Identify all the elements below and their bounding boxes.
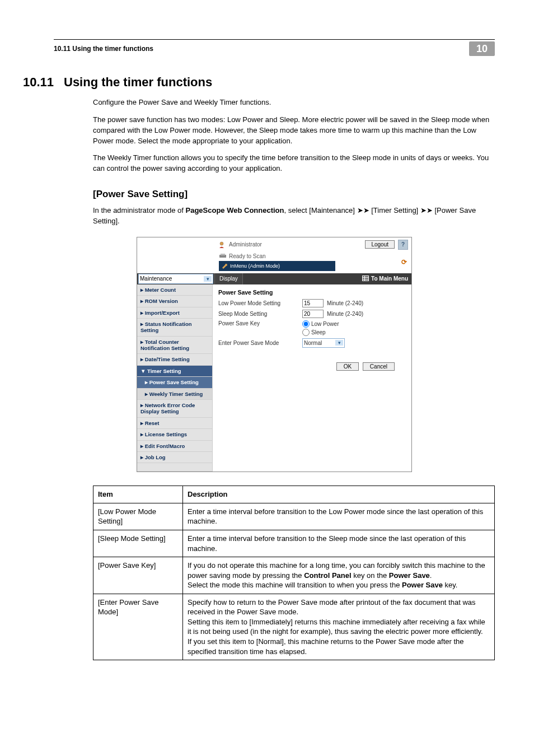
text: In the administrator mode of [93, 206, 185, 214]
table-cell-item: [Power Save Key] [93, 557, 183, 594]
nav-network-error[interactable]: ▸ Network Error Code Display Setting [137, 400, 212, 418]
display-button[interactable]: Display [214, 273, 243, 284]
form-panel: Power Save Setting Low Power Mode Settin… [213, 284, 411, 472]
section-reference: 10.11 Using the timer functions [54, 45, 153, 53]
to-main-menu-link[interactable]: To Main Menu [359, 276, 411, 282]
screenshot: Administrator Logout ? Ready to Scan InM… [137, 237, 412, 473]
text: InMenu (Admin Mode) [230, 263, 280, 269]
unit-label: Minute (2-240) [327, 311, 363, 317]
nav-total-counter[interactable]: ▸ Total Counter Notification Setting [137, 337, 212, 354]
low-power-label: Low Power Mode Setting [218, 300, 302, 306]
sleep-mode-label: Sleep Mode Setting [218, 311, 302, 317]
enter-power-save-label: Enter Power Save Mode [218, 340, 302, 346]
svg-rect-5 [365, 276, 368, 277]
ok-button[interactable]: OK [336, 362, 359, 371]
description-table: Item Description [Low Power Mode Setting… [93, 486, 495, 660]
status-banner: InMenu (Admin Mode) [219, 261, 335, 271]
svg-rect-8 [363, 279, 364, 281]
text: Ready to Scan [229, 253, 266, 259]
svg-rect-7 [365, 278, 368, 279]
table-cell-desc: If you do not operate this machine for a… [183, 557, 495, 594]
screenshot-menubar: Maintenance ▾ Display To Main Menu [137, 273, 411, 284]
nav-rom-version[interactable]: ▸ ROM Version [137, 296, 212, 307]
heading-row: 10.11 Using the timer functions [54, 75, 495, 90]
subheading: [Power Save Setting] [93, 189, 495, 200]
chevron-down-icon: ▾ [335, 340, 343, 346]
paragraph: Configure the Power Save and Weekly Time… [93, 97, 495, 108]
paragraph: The Weekly Timer function allows you to … [93, 153, 495, 174]
printer-icon [219, 253, 227, 260]
power-save-key-label: Power Save Key [218, 320, 302, 326]
svg-rect-6 [363, 278, 364, 279]
help-button[interactable]: ? [398, 240, 408, 250]
table-cell-item: [Enter Power Save Mode] [93, 594, 183, 660]
nav-job-log[interactable]: ▸ Job Log [137, 452, 212, 463]
screenshot-status-row: Ready to Scan InMenu (Admin Mode) ⟳ [137, 252, 411, 273]
svg-rect-9 [365, 279, 368, 281]
wrench-icon [221, 262, 228, 270]
table-cell-item: [Sleep Mode Setting] [93, 530, 183, 557]
menu-icon [362, 276, 369, 282]
text: To Main Menu [371, 276, 408, 282]
unit-label: Minute (2-240) [327, 300, 363, 306]
nav-meter-count[interactable]: ▸ Meter Count [137, 284, 212, 296]
table-row: [Low Power Mode Setting] Enter a time in… [93, 503, 495, 530]
table-header-desc: Description [183, 486, 495, 503]
printer-status: Ready to Scan [219, 253, 400, 260]
user-icon [219, 241, 227, 248]
table-row: [Sleep Mode Setting] Enter a time interv… [93, 530, 495, 557]
nav-timer-setting[interactable]: ▼ Timer Setting [137, 366, 212, 377]
page-header: 10.11 Using the timer functions 10 [54, 39, 495, 56]
svg-point-0 [220, 242, 223, 245]
sidebar-nav: ▸ Meter Count ▸ ROM Version ▸ Import/Exp… [137, 284, 213, 472]
heading-number: 10.11 [20, 75, 54, 90]
sleep-mode-input[interactable] [302, 310, 324, 318]
nav-weekly-timer[interactable]: ▸ Weekly Timer Setting [137, 389, 212, 400]
screenshot-topbar: Administrator Logout ? [137, 237, 411, 252]
table-cell-item: [Low Power Mode Setting] [93, 503, 183, 530]
text-bold: PageScope Web Connection [185, 206, 284, 214]
table-header-item: Item [93, 486, 183, 503]
nav-power-save-setting[interactable]: ▸ Power Save Setting [137, 377, 212, 388]
heading-title: Using the timer functions [64, 75, 212, 90]
cancel-button[interactable]: Cancel [363, 362, 395, 371]
refresh-icon[interactable]: ⟳ [400, 258, 408, 266]
logout-button[interactable]: Logout [365, 240, 395, 249]
enter-power-save-select[interactable]: Normal ▾ [302, 338, 345, 348]
text: Administrator [229, 241, 262, 248]
lead-in-paragraph: In the administrator mode of PageScope W… [93, 206, 495, 227]
nav-reset[interactable]: ▸ Reset [137, 418, 212, 429]
category-dropdown[interactable]: Maintenance ▾ [138, 274, 213, 284]
chevron-down-icon: ▾ [204, 276, 212, 282]
user-role-label: Administrator [219, 241, 362, 248]
table-row: [Power Save Key] If you do not operate t… [93, 557, 495, 594]
svg-rect-4 [363, 276, 364, 277]
select-value: Normal [304, 340, 322, 346]
nav-date-time[interactable]: ▸ Date/Time Setting [137, 354, 212, 365]
table-row: [Enter Power Save Mode] Specify how to r… [93, 594, 495, 660]
radio-sleep[interactable]: Sleep [302, 329, 339, 336]
nav-import-export[interactable]: ▸ Import/Export [137, 307, 212, 319]
nav-edit-font[interactable]: ▸ Edit Font/Macro [137, 441, 212, 452]
table-cell-desc: Enter a time interval before transition … [183, 503, 495, 530]
svg-rect-2 [221, 254, 225, 255]
low-power-input[interactable] [302, 299, 324, 307]
dropdown-value: Maintenance [140, 276, 172, 282]
radio-low-power[interactable]: Low Power [302, 320, 339, 328]
chapter-number-badge: 10 [469, 41, 495, 56]
table-cell-desc: Enter a time interval before transition … [183, 530, 495, 557]
nav-status-notification[interactable]: ▸ Status Notification Setting [137, 319, 212, 337]
paragraph: The power save function has two modes: L… [93, 115, 495, 147]
nav-license[interactable]: ▸ License Settings [137, 429, 212, 440]
form-title: Power Save Setting [218, 289, 406, 296]
table-cell-desc: Specify how to return to the Power Save … [183, 594, 495, 660]
